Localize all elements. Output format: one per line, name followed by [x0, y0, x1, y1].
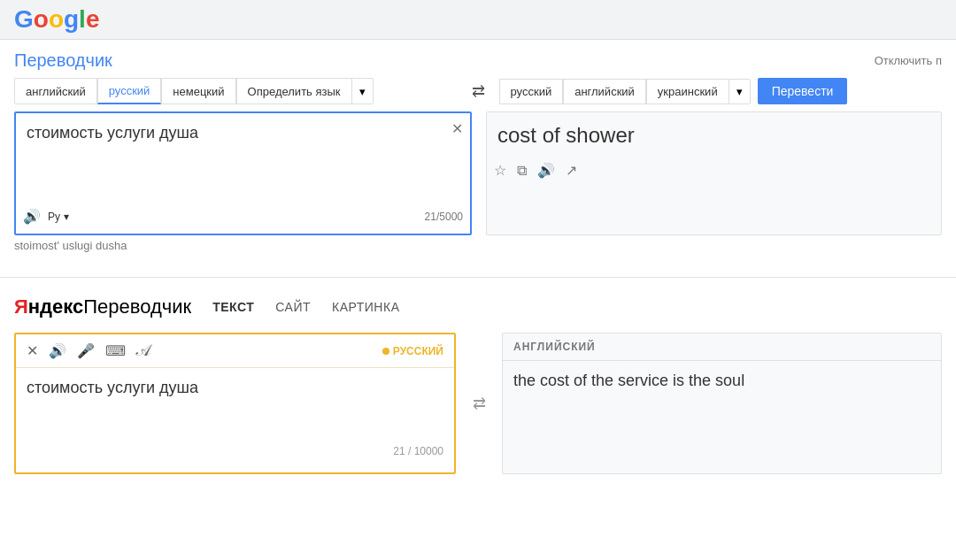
- gt-lang-tag-arrow: ▾: [64, 211, 69, 223]
- gt-panels: ✕ стоимость услуги душа 🔊 Ру ▾ 21/5000 c…: [0, 111, 956, 235]
- yt-panels: ✕ 🔊 🎤 ⌨ 𝒜 РУССКИЙ стоимость услуги душа …: [14, 333, 942, 474]
- gt-translate-button[interactable]: Перевести: [758, 78, 848, 104]
- yt-lang-dot: [382, 348, 389, 355]
- gt-lang-right-english[interactable]: английский: [563, 79, 646, 104]
- google-translate-section: Переводчик Отключить п английский русски…: [0, 40, 956, 278]
- gt-lang-english[interactable]: английский: [14, 78, 97, 104]
- yt-input-textarea[interactable]: стоимость услуги душа: [16, 368, 454, 439]
- gt-input-panel: ✕ стоимость услуги душа 🔊 Ру ▾ 21/5000: [14, 111, 472, 235]
- gt-romanize: stoimost' uslugi dusha: [0, 235, 956, 259]
- yt-nav: ТЕКСТ САЙТ КАРТИНКА: [212, 300, 399, 314]
- yandex-translate-section: Яндекс Переводчик ТЕКСТ САЙТ КАРТИНКА ✕ …: [0, 278, 956, 492]
- logo-l-green: l: [79, 5, 86, 33]
- yt-swap-arrow: ⇄: [473, 394, 486, 413]
- gt-lang-left: английский русский немецкий Определить я…: [14, 78, 458, 104]
- gt-favorite-button[interactable]: ☆: [494, 162, 506, 179]
- gt-lang-bar: английский русский немецкий Определить я…: [0, 78, 956, 111]
- gt-lang-german[interactable]: немецкий: [161, 78, 235, 104]
- yt-logo: Яндекс Переводчик: [14, 295, 191, 318]
- gt-title-bar: Переводчик Отключить п: [0, 40, 956, 78]
- yt-char-count: 21 / 10000: [393, 445, 443, 457]
- logo-e-red: e: [86, 5, 100, 33]
- yt-input-lang-label: РУССКИЙ: [393, 345, 443, 357]
- gt-lang-right-ukrainian[interactable]: украинский: [646, 79, 729, 104]
- yt-nav-image[interactable]: КАРТИНКА: [332, 300, 399, 314]
- google-logo: Google: [14, 7, 99, 32]
- gt-disable-button[interactable]: Отключить п: [875, 54, 942, 67]
- gt-output-text: cost of shower: [487, 112, 941, 158]
- gt-lang-tag: Ру ▾: [48, 211, 69, 223]
- gt-lang-detect[interactable]: Определить язык: [236, 78, 352, 104]
- gt-lang-dropdown-right[interactable]: ▾: [729, 79, 751, 104]
- gt-tts-output-button[interactable]: 🔊: [537, 162, 555, 179]
- gt-share-button[interactable]: ↗: [566, 162, 577, 179]
- yt-mic-btn[interactable]: 🎤: [77, 342, 95, 359]
- yt-input-panel: ✕ 🔊 🎤 ⌨ 𝒜 РУССКИЙ стоимость услуги душа …: [14, 333, 456, 474]
- logo-g-blue2: g: [64, 5, 79, 33]
- gt-input-textarea[interactable]: стоимость услуги душа: [16, 113, 470, 202]
- gt-lang-dropdown-left[interactable]: ▾: [352, 78, 374, 104]
- yt-output-text: the cost of the service is the soul: [503, 361, 941, 401]
- gt-lang-right: русский английский украинский ▾ Перевест…: [499, 78, 943, 104]
- gt-output-footer: ☆ ⧉ 🔊 ↗: [487, 158, 941, 182]
- yt-input-footer: 21 / 10000: [16, 441, 454, 464]
- yandex-rest-chars: ндекс: [28, 295, 83, 318]
- yt-header: Яндекс Переводчик ТЕКСТ САЙТ КАРТИНКА: [14, 295, 942, 318]
- yandex-subtitle: Переводчик: [83, 295, 191, 318]
- yt-keyboard-btn[interactable]: ⌨: [105, 342, 126, 359]
- gt-swap-button[interactable]: ⇄: [472, 81, 485, 101]
- logo-o-red: o: [34, 5, 49, 33]
- logo-o-yellow: o: [49, 5, 64, 33]
- yt-nav-text[interactable]: ТЕКСТ: [212, 300, 254, 314]
- logo-text: Google: [14, 7, 99, 32]
- gt-clear-button[interactable]: ✕: [451, 120, 463, 137]
- yt-divider: ⇄: [470, 333, 488, 474]
- yandex-y-char: Я: [14, 295, 28, 318]
- yt-lang-indicator: РУССКИЙ: [382, 345, 443, 357]
- gt-input-footer: 🔊 Ру ▾ 21/5000: [16, 204, 470, 228]
- gt-lang-tag-text: Ру: [48, 211, 60, 223]
- yt-output-header: АНГЛИЙСКИЙ: [503, 334, 941, 361]
- yt-toolbar: ✕ 🔊 🎤 ⌨ 𝒜 РУССКИЙ: [16, 334, 454, 368]
- logo-g-blue: G: [14, 5, 34, 33]
- gt-lang-russian[interactable]: русский: [97, 78, 162, 104]
- gt-output-panel: cost of shower ☆ ⧉ 🔊 ↗: [486, 111, 942, 235]
- gt-tts-button[interactable]: 🔊: [23, 208, 41, 225]
- header: Google: [0, 0, 956, 40]
- yt-text-style-btn[interactable]: 𝒜: [136, 341, 150, 360]
- yt-output-lang-label: АНГЛИЙСКИЙ: [513, 341, 596, 353]
- yt-nav-site[interactable]: САЙТ: [275, 300, 311, 314]
- gt-title: Переводчик: [14, 50, 112, 71]
- gt-copy-button[interactable]: ⧉: [517, 162, 527, 179]
- yandex-logo-text: Яндекс: [14, 295, 83, 318]
- yt-volume-btn[interactable]: 🔊: [49, 342, 66, 359]
- yt-close-btn[interactable]: ✕: [27, 342, 38, 359]
- yt-output-panel: АНГЛИЙСКИЙ the cost of the service is th…: [502, 333, 942, 474]
- gt-lang-right-russian[interactable]: русский: [499, 79, 564, 104]
- gt-char-count: 21/5000: [425, 211, 463, 223]
